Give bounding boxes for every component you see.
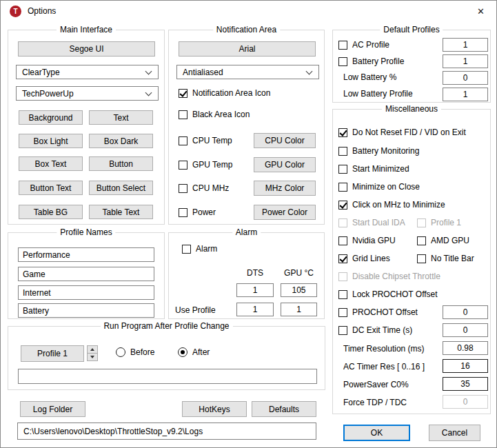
alarm-checkbox[interactable]: Alarm (182, 244, 217, 254)
checkbox[interactable] (338, 290, 347, 299)
amd-gpu-checkbox[interactable]: AMD GPU (417, 236, 469, 245)
dropdown-value: ClearType (22, 68, 60, 77)
group-run-program: Run Program After Profile Change Profile… (8, 326, 325, 390)
checkbox[interactable] (179, 161, 187, 170)
battery-monitoring-checkbox[interactable]: Battery Monitoring (338, 146, 419, 156)
low-battery-pct-value[interactable]: 0 (443, 71, 488, 85)
box-dark-button[interactable]: Box Dark (89, 134, 153, 148)
do-not-reset-checkbox[interactable]: Do Not Reset FID / VID on Exit (338, 128, 466, 137)
alarm-dts-value[interactable]: 1 (236, 283, 274, 297)
ac-timer-res-input[interactable]: 16 (443, 359, 488, 373)
grid-lines-checkbox[interactable]: Grid Lines (338, 254, 390, 263)
cpu-color-button[interactable]: CPU Color (254, 133, 316, 148)
font-smoothing-dropdown[interactable]: ClearType (16, 65, 159, 79)
button-color-button[interactable]: Button (89, 156, 153, 171)
close-icon[interactable]: ✕ (465, 1, 496, 21)
checkbox[interactable] (179, 208, 187, 217)
battery-profile-value[interactable]: 1 (443, 54, 488, 68)
checkbox[interactable] (179, 184, 187, 193)
checkbox[interactable] (179, 136, 187, 145)
click-mhz-minimize-checkbox[interactable]: Click on MHz to Minimize (338, 200, 445, 210)
lock-prochot-checkbox[interactable]: Lock PROCHOT Offset (338, 289, 438, 299)
checkbox[interactable] (182, 245, 191, 254)
table-text-button[interactable]: Table Text (89, 205, 153, 219)
before-radio[interactable]: Before (116, 347, 154, 357)
checkbox[interactable] (338, 165, 347, 174)
low-battery-profile-value[interactable]: 1 (443, 88, 488, 101)
after-radio[interactable]: After (178, 347, 210, 357)
checkbox[interactable] (179, 89, 187, 98)
checkbox[interactable] (338, 254, 347, 263)
profile-name-2-input[interactable] (18, 267, 154, 281)
checkbox[interactable] (179, 110, 187, 119)
defaults-button[interactable]: Defaults (252, 401, 316, 417)
cpu-mhz-checkbox[interactable]: CPU MHz (179, 183, 229, 193)
ok-button[interactable]: OK (343, 425, 410, 441)
cancel-button[interactable]: Cancel (429, 425, 480, 441)
checkbox-label: Do Not Reset FID / VID on Exit (352, 128, 466, 137)
checkbox[interactable] (417, 254, 426, 263)
checkbox[interactable] (338, 201, 347, 210)
checkbox[interactable] (338, 147, 347, 156)
mhz-color-button[interactable]: MHz Color (254, 181, 316, 196)
checkbox[interactable] (338, 57, 347, 66)
main-font-button[interactable]: Segoe UI (18, 41, 155, 57)
dc-exit-time-value[interactable]: 0 (443, 323, 488, 337)
checkbox[interactable] (338, 236, 347, 245)
checkbox[interactable] (338, 128, 347, 137)
checkbox[interactable] (417, 236, 426, 245)
profile-name-4-input[interactable] (18, 303, 154, 318)
table-bg-button[interactable]: Table BG (19, 205, 83, 219)
power-checkbox[interactable]: Power (179, 207, 216, 217)
minimize-on-close-checkbox[interactable]: Minimize on Close (338, 182, 420, 192)
notification-area-icon-checkbox[interactable]: Notification Area Icon (179, 88, 270, 98)
run-command-input[interactable] (18, 369, 317, 384)
ac-timer-res-label: AC Timer Res [ 0..16 ] (343, 362, 425, 371)
radio-button[interactable] (178, 347, 187, 357)
group-title: Main Interface (57, 25, 116, 34)
checkbox[interactable] (338, 41, 347, 50)
nvidia-gpu-checkbox[interactable]: Nvidia GPU (338, 236, 396, 245)
box-light-button[interactable]: Box Light (19, 134, 83, 148)
profile-name-3-input[interactable] (18, 285, 154, 300)
start-minimized-checkbox[interactable]: Start Minimized (338, 164, 409, 174)
prochot-offset-value[interactable]: 0 (443, 305, 488, 319)
black-area-icon-checkbox[interactable]: Black Area Icon (179, 110, 250, 119)
gpu-color-button[interactable]: GPU Color (254, 157, 316, 172)
dc-exit-time-checkbox[interactable]: DC Exit Time (s) (338, 325, 412, 335)
checkbox[interactable] (338, 183, 347, 192)
checkbox-label: PROCHOT Offset (352, 307, 418, 317)
use-profile-gpu-value[interactable]: 1 (281, 303, 317, 316)
checkbox[interactable] (338, 308, 347, 317)
log-path-field[interactable]: C:\Users\lenovo\Desktop\ThrottleStop_v9.… (17, 422, 316, 440)
checkbox[interactable] (338, 326, 347, 335)
text-color-button[interactable]: Text (89, 110, 153, 125)
profile-name-1-input[interactable] (18, 247, 154, 262)
button-text-button[interactable]: Button Text (19, 181, 83, 195)
antialias-dropdown[interactable]: Antialiased (176, 65, 319, 79)
ac-profile-value[interactable]: 1 (443, 38, 488, 52)
button-select-button[interactable]: Button Select (89, 181, 153, 195)
no-title-bar-checkbox[interactable]: No Title Bar (417, 254, 474, 263)
checkbox-label: GPU Temp (192, 160, 232, 170)
radio-button[interactable] (116, 347, 125, 357)
battery-profile-checkbox[interactable]: Battery Profile (338, 57, 404, 66)
power-color-button[interactable]: Power Color (254, 205, 316, 220)
spinner-down-button[interactable] (87, 353, 98, 361)
run-profile-button[interactable]: Profile 1 (21, 345, 84, 362)
powersaver-c0-input[interactable]: 35 (443, 377, 488, 391)
background-color-button[interactable]: Background (19, 110, 83, 125)
theme-dropdown[interactable]: TechPowerUp (16, 86, 159, 101)
profile-spinner[interactable] (87, 345, 98, 361)
cpu-temp-checkbox[interactable]: CPU Temp (179, 136, 232, 145)
notification-font-button[interactable]: Arial (179, 41, 316, 57)
use-profile-dts-value[interactable]: 1 (236, 303, 274, 316)
prochot-offset-checkbox[interactable]: PROCHOT Offset (338, 307, 418, 317)
ac-profile-checkbox[interactable]: AC Profile (338, 40, 389, 50)
alarm-gpu-value[interactable]: 105 (281, 283, 317, 297)
gpu-temp-checkbox[interactable]: GPU Temp (179, 160, 232, 170)
dropdown-value: Antialiased (183, 68, 223, 77)
log-folder-button[interactable]: Log Folder (20, 401, 85, 417)
hotkeys-button[interactable]: HotKeys (182, 401, 247, 417)
box-text-button[interactable]: Box Text (19, 156, 83, 171)
